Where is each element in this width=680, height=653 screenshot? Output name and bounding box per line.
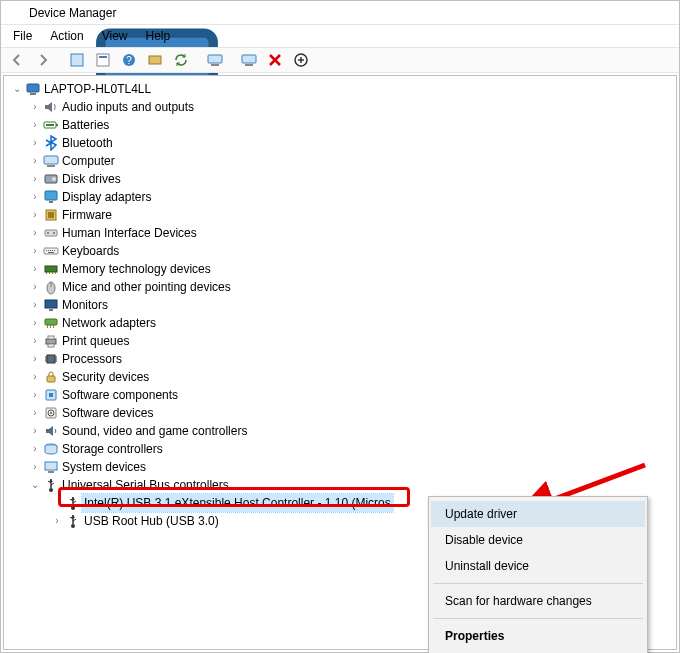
- tree-category[interactable]: ›Software components: [6, 386, 676, 404]
- expand-arrow-icon[interactable]: ›: [28, 314, 42, 332]
- bluetooth-icon: [42, 135, 60, 151]
- disable-button[interactable]: [263, 49, 287, 71]
- expand-arrow-icon[interactable]: ›: [28, 98, 42, 116]
- expand-arrow-icon[interactable]: ›: [28, 458, 42, 476]
- expand-arrow-icon[interactable]: ›: [28, 170, 42, 188]
- tree-item-label: Monitors: [60, 296, 110, 314]
- ctx-update-driver[interactable]: Update driver: [431, 501, 645, 527]
- tree-category[interactable]: ›Processors: [6, 350, 676, 368]
- expand-arrow-icon[interactable]: ›: [28, 206, 42, 224]
- sound-icon: [42, 423, 60, 439]
- scan-hardware-button[interactable]: [289, 49, 313, 71]
- tree-category[interactable]: ›Audio inputs and outputs: [6, 98, 676, 116]
- expand-arrow-icon[interactable]: ›: [28, 224, 42, 242]
- tree-category[interactable]: ›Human Interface Devices: [6, 224, 676, 242]
- ctx-scan-hardware[interactable]: Scan for hardware changes: [431, 588, 645, 614]
- ctx-properties[interactable]: Properties: [431, 623, 645, 649]
- system-icon: [42, 459, 60, 475]
- svg-rect-60: [97, 54, 109, 66]
- tree-category[interactable]: ›Mice and other pointing devices: [6, 278, 676, 296]
- expand-arrow-icon[interactable]: ›: [28, 188, 42, 206]
- expand-arrow-icon[interactable]: ›: [28, 404, 42, 422]
- tree-category[interactable]: ›Software devices: [6, 404, 676, 422]
- svg-rect-61: [99, 56, 107, 58]
- tree-category[interactable]: ›Memory technology devices: [6, 260, 676, 278]
- toolbar: ?: [1, 47, 679, 73]
- expand-arrow-icon[interactable]: ›: [28, 386, 42, 404]
- tree-category[interactable]: ›Monitors: [6, 296, 676, 314]
- tree-item-label: Mice and other pointing devices: [60, 278, 233, 296]
- tree-item-label: Keyboards: [60, 242, 121, 260]
- expand-arrow-icon[interactable]: ›: [28, 260, 42, 278]
- ctx-uninstall-device[interactable]: Uninstall device: [431, 553, 645, 579]
- security-icon: [42, 369, 60, 385]
- expand-arrow-icon[interactable]: ›: [28, 350, 42, 368]
- storage-icon: [42, 441, 60, 457]
- ctx-separator: [433, 618, 643, 619]
- menu-view[interactable]: View: [94, 27, 136, 45]
- tree-item-label: Security devices: [60, 368, 151, 386]
- tree-category-usb[interactable]: ⌄Universal Serial Bus controllers: [6, 476, 676, 494]
- nav-back-button[interactable]: [5, 49, 29, 71]
- expand-arrow-icon[interactable]: ›: [28, 134, 42, 152]
- tree-category[interactable]: ›Display adapters: [6, 188, 676, 206]
- expand-arrow-icon[interactable]: ⌄: [10, 80, 24, 98]
- tree-root-computer[interactable]: ⌄LAPTOP-HL0TL4LL: [6, 80, 676, 98]
- expand-arrow-icon[interactable]: ›: [28, 152, 42, 170]
- update-driver-button[interactable]: [203, 49, 227, 71]
- expand-arrow-icon[interactable]: ›: [28, 332, 42, 350]
- tree-item-label: Firmware: [60, 206, 114, 224]
- expand-arrow-icon[interactable]: ›: [50, 512, 64, 530]
- sw-comp-icon: [42, 387, 60, 403]
- tree-item-label: Display adapters: [60, 188, 153, 206]
- tree-item-label: Audio inputs and outputs: [60, 98, 196, 116]
- tree-category[interactable]: ›Computer: [6, 152, 676, 170]
- tree-category[interactable]: ›Storage controllers: [6, 440, 676, 458]
- help-button[interactable]: ?: [117, 49, 141, 71]
- menu-action[interactable]: Action: [42, 27, 91, 45]
- tree-item-label: Storage controllers: [60, 440, 165, 458]
- expand-arrow-icon[interactable]: ›: [28, 242, 42, 260]
- tree-category[interactable]: ›Print queues: [6, 332, 676, 350]
- menu-file[interactable]: File: [5, 27, 40, 45]
- tree-category[interactable]: ›Network adapters: [6, 314, 676, 332]
- toolbar-button-4[interactable]: [143, 49, 167, 71]
- firmware-icon: [42, 207, 60, 223]
- tree-category[interactable]: ›Batteries: [6, 116, 676, 134]
- tree-category[interactable]: ›System devices: [6, 458, 676, 476]
- expand-arrow-icon[interactable]: ›: [28, 296, 42, 314]
- keyboard-icon: [42, 243, 60, 259]
- expand-arrow-icon[interactable]: ›: [28, 422, 42, 440]
- tree-category[interactable]: ›Firmware: [6, 206, 676, 224]
- expand-arrow-icon[interactable]: ›: [28, 440, 42, 458]
- tree-category[interactable]: ›Sound, video and game controllers: [6, 422, 676, 440]
- toolbar-button-5[interactable]: [169, 49, 193, 71]
- svg-rect-64: [149, 56, 161, 64]
- tree-category[interactable]: ›Security devices: [6, 368, 676, 386]
- tree-category[interactable]: ›Bluetooth: [6, 134, 676, 152]
- expand-arrow-icon[interactable]: ›: [28, 278, 42, 296]
- expand-arrow-icon[interactable]: ›: [28, 116, 42, 134]
- show-hidden-button[interactable]: [65, 49, 89, 71]
- tree-category[interactable]: ›Disk drives: [6, 170, 676, 188]
- menubar: File Action View Help: [1, 25, 679, 47]
- ctx-disable-device[interactable]: Disable device: [431, 527, 645, 553]
- toolbar-button-2[interactable]: [91, 49, 115, 71]
- tree-item-label: Sound, video and game controllers: [60, 422, 249, 440]
- expand-arrow-icon[interactable]: ›: [28, 368, 42, 386]
- expand-arrow-icon[interactable]: ⌄: [28, 476, 42, 494]
- uninstall-button[interactable]: [237, 49, 261, 71]
- mouse-icon: [42, 279, 60, 295]
- tree-item-label: Human Interface Devices: [60, 224, 199, 242]
- usb-icon: [42, 477, 60, 493]
- tree-item-label: Computer: [60, 152, 117, 170]
- nav-forward-button[interactable]: [31, 49, 55, 71]
- window-title: Device Manager: [29, 6, 116, 20]
- menu-help[interactable]: Help: [138, 27, 179, 45]
- battery-icon: [42, 117, 60, 133]
- tree-category[interactable]: ›Keyboards: [6, 242, 676, 260]
- pc-icon: [24, 81, 42, 97]
- tree-item-label: Network adapters: [60, 314, 158, 332]
- tree-item-label: Software devices: [60, 404, 155, 422]
- app-icon: [7, 5, 23, 21]
